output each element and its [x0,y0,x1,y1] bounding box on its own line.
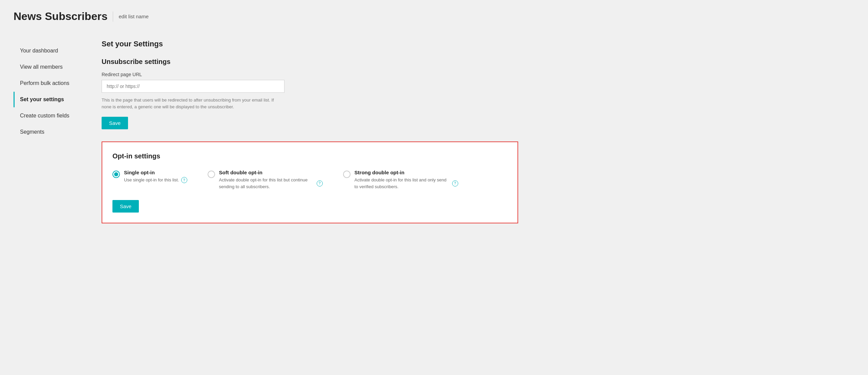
optin-option-strong-double: Strong double opt-in Activate double opt… [343,170,458,190]
optin-soft-double-help[interactable]: ? [317,180,323,186]
optin-single-help[interactable]: ? [181,177,187,183]
redirect-url-helper: This is the page that users will be redi… [102,97,284,110]
optin-section: Opt-in settings Single opt-in Use sin [102,141,518,223]
page-header: News Subscribers edit list name [14,10,528,26]
radio-single[interactable] [112,171,120,178]
optin-option-single: Single opt-in Use single opt-in for this… [112,170,187,183]
sidebar-item-custom-fields[interactable]: Create custom fields [14,108,91,124]
optin-soft-double-title: Soft double opt-in [219,170,323,175]
optin-option-soft-double: Soft double opt-in Activate double opt-i… [208,170,323,190]
content-area: Set your Settings Unsubscribe settings R… [91,40,528,223]
optin-strong-double-title: Strong double opt-in [355,170,458,175]
optin-strong-double-help[interactable]: ? [452,180,458,186]
sidebar-item-bulk[interactable]: Perform bulk actions [14,75,91,91]
unsubscribe-section: Unsubscribe settings Redirect page URL T… [102,58,518,129]
main-section-title: Set your Settings [102,40,518,48]
page-title: News Subscribers [14,10,107,23]
radio-single-indicator[interactable] [112,171,120,178]
radio-strong-double-indicator[interactable] [343,171,351,178]
edit-list-link[interactable]: edit list name [119,14,148,19]
radio-soft-double-indicator[interactable] [208,171,215,178]
main-layout: Your dashboard View all members Perform … [14,40,528,223]
radio-strong-double[interactable] [343,171,351,178]
optin-save-button[interactable]: Save [112,200,139,213]
optin-strong-double-desc: Activate double opt-in for this list and… [355,177,458,190]
redirect-url-label: Redirect page URL [102,72,518,77]
sidebar-item-segments[interactable]: Segments [14,124,91,140]
radio-soft-double[interactable] [208,171,215,178]
optin-single-desc: Use single opt-in for this list. ? [124,177,187,183]
unsubscribe-save-button[interactable]: Save [102,117,128,129]
optin-single-title: Single opt-in [124,170,187,175]
optin-title: Opt-in settings [112,152,507,160]
sidebar-item-settings[interactable]: Set your settings [14,92,91,107]
header-divider [113,12,113,22]
unsubscribe-subtitle: Unsubscribe settings [102,58,518,66]
redirect-url-input[interactable] [102,80,284,93]
optin-options: Single opt-in Use single opt-in for this… [112,170,507,190]
sidebar: Your dashboard View all members Perform … [14,40,91,223]
optin-soft-double-desc: Activate double opt-in for this list but… [219,177,323,190]
sidebar-item-members[interactable]: View all members [14,59,91,75]
sidebar-item-dashboard[interactable]: Your dashboard [14,43,91,59]
